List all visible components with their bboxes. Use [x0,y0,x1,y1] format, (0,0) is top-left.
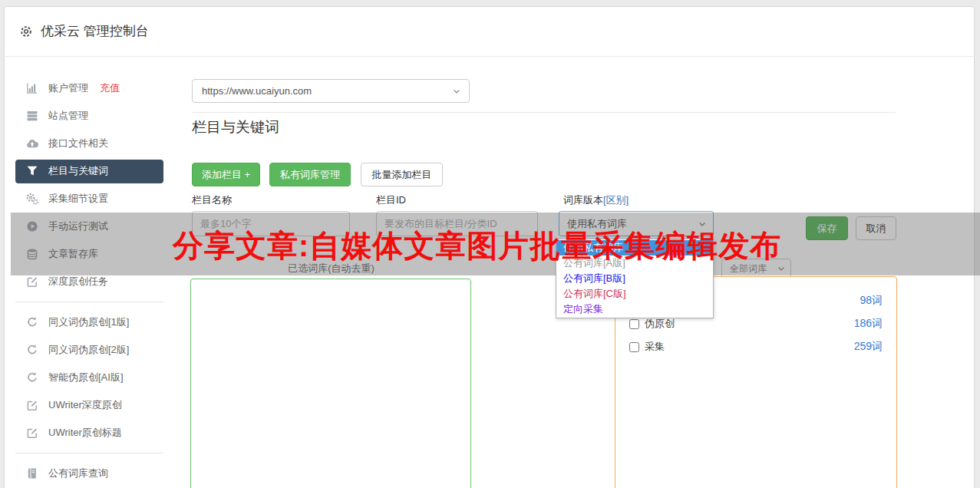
sidebar-item-label: 栏目与关键词 [48,164,108,178]
sidebar-divider [15,447,163,460]
cloud-upload-icon [26,137,38,150]
site-select-value: https://www.ucaiyun.com [202,85,312,97]
dict-version-diff-link[interactable]: [区别] [603,194,629,206]
sidebar-item-label: UWriter原创标题 [48,426,122,440]
sidebar-item-label: 智能伪原创[AI版] [48,371,124,384]
batch-add-button[interactable]: 批量添加栏目 [361,163,443,186]
sidebar-item-label: 同义词伪原创[2版] [48,343,129,357]
dict-row-label[interactable]: 采集 [645,340,665,354]
sidebar-item-uwriter-title[interactable]: UWriter原创标题 [15,419,163,447]
dict-row-checkbox[interactable] [629,342,639,352]
site-select[interactable]: https://www.ucaiyun.com [192,79,470,103]
sidebar-item-label: 公有词库查询 [48,467,108,480]
sidebar-item-uwriter-deep[interactable]: UWriter深度原创 [15,391,163,419]
dropdown-option-targeted[interactable]: 定向采集 [556,302,713,317]
dropdown-option-public-c[interactable]: 公有词库[C版] [556,286,713,302]
gears-icon [26,193,38,205]
refresh-icon [26,371,38,384]
sidebar-item-columns-keywords[interactable]: 栏目与关键词 [15,160,163,183]
sidebar-item-collect-settings[interactable]: 采集细节设置 [15,185,163,213]
sidebar-item-label: 账户管理 [48,81,88,95]
edit-icon [26,427,38,439]
sidebar-divider [15,295,163,308]
page-title: 栏目与关键词 [192,117,279,137]
funnel-icon [26,165,38,177]
edit-icon [26,275,38,288]
sidebar-item-interface-files[interactable]: 接口文件相关 [15,130,163,157]
dict-row-count: 186词 [854,317,883,331]
dict-version-label-text: 词库版本 [563,194,603,206]
dict-row: 采集 259词 [615,335,896,358]
dict-version-label: 词库版本[区别] [563,193,629,207]
chevron-down-icon [452,87,461,96]
sidebar-item-account[interactable]: 账户管理 充值 [15,74,163,102]
book-icon [26,467,38,480]
selected-dict-box[interactable] [190,279,471,488]
sidebar-item-public-dict-query[interactable]: 公有词库查询 [15,460,163,487]
column-name-label: 栏目名称 [192,193,232,207]
dropdown-option-public-b[interactable]: 公有词库[B版] [556,271,713,286]
dict-row-count: 98词 [860,294,883,308]
sidebar: 账户管理 充值 站点管理 接口文件相关 栏目与关键词 采集细节设置 手动运行测试… [15,74,163,487]
private-dict-button[interactable]: 私有词库管理 [269,163,351,186]
sidebar-item-label: 采集细节设置 [48,192,108,206]
section-divider [192,112,896,113]
sidebar-item-synonym-2[interactable]: 同义词伪原创[2版] [15,336,163,364]
sidebar-item-label: 深度原创任务 [48,275,108,289]
gear-icon [19,25,33,38]
app-header: 优采云 管理控制台 [4,6,973,57]
recharge-badge[interactable]: 充值 [100,81,120,95]
add-column-button[interactable]: 添加栏目 + [192,163,260,186]
sidebar-item-label: 接口文件相关 [48,137,108,150]
sidebar-item-label: 同义词伪原创[1版] [48,315,129,329]
dict-row-label[interactable]: 伪原创 [645,317,675,331]
server-icon [26,110,38,122]
refresh-icon [26,344,38,356]
dict-row-count: 259词 [854,340,883,354]
sidebar-item-synonym-1[interactable]: 同义词伪原创[1版] [15,308,163,336]
dict-row-checkbox[interactable] [629,319,639,329]
edit-icon [26,399,38,411]
sidebar-item-ai-pseudo[interactable]: 智能伪原创[AI版] [15,364,163,391]
bar-chart-icon [26,82,38,94]
column-id-label: 栏目ID [376,193,406,207]
sidebar-item-label: 站点管理 [48,109,88,123]
sidebar-item-label: UWriter深度原创 [48,398,122,412]
sidebar-item-sites[interactable]: 站点管理 [15,102,163,130]
refresh-icon [26,316,38,328]
app-title: 优采云 管理控制台 [41,22,149,40]
watermark-text: 分享文章:自媒体文章图片批量采集编辑发布 [173,228,940,263]
